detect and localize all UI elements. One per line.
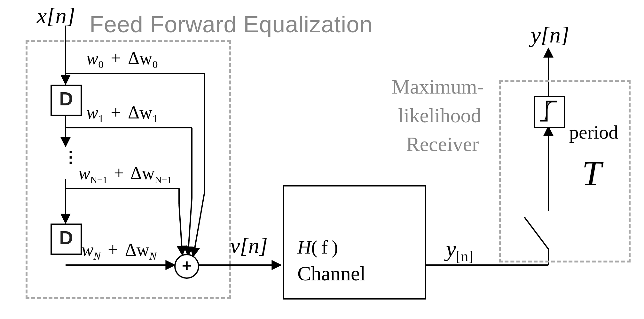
receiver-title-2: likelihood xyxy=(398,104,481,127)
delay-block-n: D xyxy=(51,224,82,255)
tap-wN: wN + ΔwN xyxy=(82,239,157,262)
receiver-region xyxy=(499,80,631,262)
delay-block-1: D xyxy=(51,85,82,116)
tap-w0: w0 + Δw0 xyxy=(86,48,158,71)
tap-wNm1: wN−1 + ΔwN−1 xyxy=(78,163,172,185)
yn-after-channel: y[n] xyxy=(446,236,473,265)
period-label: period xyxy=(569,121,618,143)
vn-label: v[n] xyxy=(230,233,268,258)
receiver-title-1: Maximum- xyxy=(392,75,484,99)
period-T: T xyxy=(582,153,601,194)
output-signal-label: y[n] xyxy=(531,22,569,48)
tap-ellipsis-icon: ⋮ xyxy=(63,153,79,160)
input-signal-label: x[n] xyxy=(37,3,75,29)
ffe-title: Feed Forward Equalization xyxy=(90,11,373,37)
receiver-title-3: Receiver xyxy=(406,133,479,156)
channel-Hf: H( f ) xyxy=(297,236,338,258)
channel-label: Channel xyxy=(297,262,365,285)
summer-icon: + xyxy=(174,254,199,279)
tap-w1: w1 + Δw1 xyxy=(86,102,158,125)
